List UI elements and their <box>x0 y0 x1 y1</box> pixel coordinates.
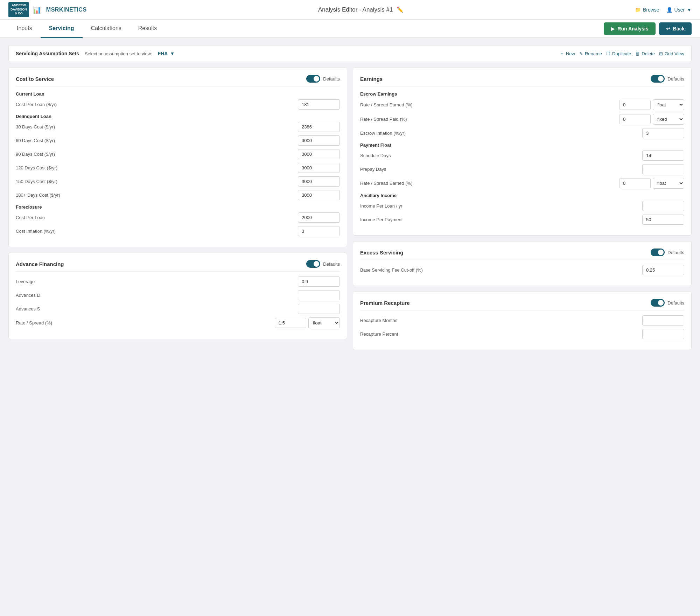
rename-icon: ✎ <box>579 51 583 56</box>
advance-financing-card: Advance Financing Defaults Leverage Adva… <box>8 253 347 339</box>
days-120-label: 120 Days Cost ($/yr) <box>16 165 298 170</box>
schedule-days-input[interactable] <box>642 150 684 161</box>
tab-calculations[interactable]: Calculations <box>83 20 130 38</box>
rate-spread-af-controls: float fixed <box>275 317 340 328</box>
days-120-input[interactable] <box>298 163 340 173</box>
advances-d-input[interactable] <box>298 290 340 300</box>
income-per-payment-input[interactable] <box>642 215 684 225</box>
rate-spread-paid-input[interactable] <box>619 114 651 124</box>
excess-servicing-defaults-toggle[interactable]: Defaults <box>651 248 684 256</box>
advance-financing-defaults-toggle[interactable]: Defaults <box>306 260 340 268</box>
days-150-input[interactable] <box>298 176 340 187</box>
recapture-percent-input[interactable] <box>642 329 684 339</box>
rate-spread-earned-type-select[interactable]: float fixed <box>653 99 684 110</box>
premium-recapture-defaults-toggle[interactable]: Defaults <box>651 299 684 307</box>
foreclosure-section: Foreclosure <box>16 204 340 210</box>
cost-inflation-label: Cost Inflation (%/yr) <box>16 229 298 234</box>
income-per-loan-input[interactable] <box>642 201 684 211</box>
excess-servicing-header: Excess Servicing Defaults <box>360 248 684 260</box>
excess-servicing-card: Excess Servicing Defaults Base Servicing… <box>353 241 692 286</box>
days-90-label: 90 Days Cost ($/yr) <box>16 152 298 157</box>
earnings-defaults-toggle[interactable]: Defaults <box>651 75 684 83</box>
run-analysis-button[interactable]: ▶ Run Analysis <box>604 22 655 35</box>
assumption-dropdown[interactable]: FHA ▼ <box>158 51 175 56</box>
days-150-row: 150 Days Cost ($/yr) <box>16 176 340 187</box>
recapture-percent-row: Recapture Percent <box>360 329 684 339</box>
advances-s-input[interactable] <box>298 304 340 314</box>
rate-spread-af-input[interactable] <box>275 318 306 328</box>
cost-per-loan-fc-row: Cost Per Loan <box>16 212 340 223</box>
prepay-days-input[interactable] <box>642 164 684 174</box>
rate-spread-paid-type-select[interactable]: float fixed <box>653 114 684 125</box>
back-button[interactable]: ↩ Back <box>659 22 692 35</box>
income-per-loan-row: Income Per Loan / yr <box>360 201 684 211</box>
days-180-input[interactable] <box>298 190 340 200</box>
delete-action-button[interactable]: 🗑 Delete <box>635 51 655 56</box>
leverage-label: Leverage <box>16 279 298 284</box>
assumption-bar-right: ＋ New ✎ Rename ❐ Duplicate 🗑 Delete ⊞ Gr… <box>560 50 684 57</box>
advances-d-row: Advances D <box>16 290 340 300</box>
premium-recapture-toggle-switch[interactable] <box>651 299 665 307</box>
user-button[interactable]: 👤 User ▼ <box>666 7 692 13</box>
rate-spread-earned-input[interactable] <box>619 100 651 110</box>
earnings-card: Earnings Defaults Escrow Earnings Rate /… <box>353 68 692 236</box>
leverage-input[interactable] <box>298 276 340 287</box>
rate-spread-pf-label: Rate / Spread Earned (%) <box>360 181 619 186</box>
earnings-title: Earnings <box>360 76 383 82</box>
assumption-select-label: Select an assumption set to view: <box>85 51 152 56</box>
payment-float-section: Payment Float <box>360 142 684 148</box>
rate-spread-earned-controls: float fixed <box>619 99 684 110</box>
page-title: Analysis Editor - Analysis #1 ✏️ <box>318 6 404 13</box>
tab-results[interactable]: Results <box>130 20 165 38</box>
recapture-months-input[interactable] <box>642 315 684 326</box>
cost-per-loan-input[interactable] <box>298 99 340 110</box>
income-per-payment-row: Income Per Payment <box>360 215 684 225</box>
days-150-label: 150 Days Cost ($/yr) <box>16 179 298 184</box>
grid-view-icon: ⊞ <box>659 51 663 56</box>
advance-financing-toggle-switch[interactable] <box>306 260 320 268</box>
brand-name: MSRKINETICS <box>46 7 87 13</box>
earnings-header: Earnings Defaults <box>360 75 684 86</box>
leverage-row: Leverage <box>16 276 340 287</box>
rename-action-button[interactable]: ✎ Rename <box>579 51 602 56</box>
escrow-earnings-section: Escrow Earnings <box>360 91 684 97</box>
days-30-row: 30 Days Cost ($/yr) <box>16 122 340 132</box>
escrow-inflation-input[interactable] <box>642 128 684 138</box>
excess-servicing-toggle-switch[interactable] <box>651 248 665 256</box>
edit-icon[interactable]: ✏️ <box>397 6 404 13</box>
schedule-days-label: Schedule Days <box>360 153 642 158</box>
duplicate-action-button[interactable]: ❐ Duplicate <box>606 51 631 56</box>
earnings-toggle-switch[interactable] <box>651 75 665 83</box>
days-90-row: 90 Days Cost ($/yr) <box>16 149 340 159</box>
grid-view-action-button[interactable]: ⊞ Grid View <box>659 51 684 56</box>
cost-per-loan-fc-input[interactable] <box>298 212 340 223</box>
tab-inputs[interactable]: Inputs <box>8 20 41 38</box>
schedule-days-row: Schedule Days <box>360 150 684 161</box>
browse-button[interactable]: 📁 Browse <box>635 7 659 13</box>
rate-spread-af-type-select[interactable]: float fixed <box>308 317 340 328</box>
rate-spread-pf-input[interactable] <box>619 178 651 188</box>
days-30-input[interactable] <box>298 122 340 132</box>
cost-inflation-input[interactable] <box>298 226 340 236</box>
days-60-input[interactable] <box>298 135 340 146</box>
premium-recapture-title: Premium Recapture <box>360 300 410 306</box>
header-right: 📁 Browse 👤 User ▼ <box>635 7 692 13</box>
play-icon: ▶ <box>611 26 615 31</box>
new-action-button[interactable]: ＋ New <box>560 50 575 57</box>
cost-to-service-defaults-toggle[interactable]: Defaults <box>306 75 340 83</box>
right-column: Earnings Defaults Escrow Earnings Rate /… <box>353 68 692 350</box>
cost-to-service-header: Cost to Service Defaults <box>16 75 340 86</box>
assumption-bar: Servicing Assumption Sets Select an assu… <box>8 45 692 62</box>
base-fee-cutoff-input[interactable] <box>642 265 684 275</box>
cost-to-service-toggle-switch[interactable] <box>306 75 320 83</box>
tab-servicing[interactable]: Servicing <box>41 20 83 38</box>
ancillary-income-section: Ancillary Income <box>360 193 684 198</box>
days-90-input[interactable] <box>298 149 340 159</box>
advance-financing-header: Advance Financing Defaults <box>16 260 340 272</box>
rate-spread-paid-controls: float fixed <box>619 114 684 125</box>
chevron-down-icon: ▼ <box>687 7 692 13</box>
income-per-loan-label: Income Per Loan / yr <box>360 203 642 209</box>
rate-spread-pf-type-select[interactable]: float fixed <box>653 178 684 189</box>
cost-per-loan-label: Cost Per Loan ($/yr) <box>16 102 298 107</box>
base-fee-cutoff-label: Base Servicing Fee Cut-off (%) <box>360 267 642 273</box>
